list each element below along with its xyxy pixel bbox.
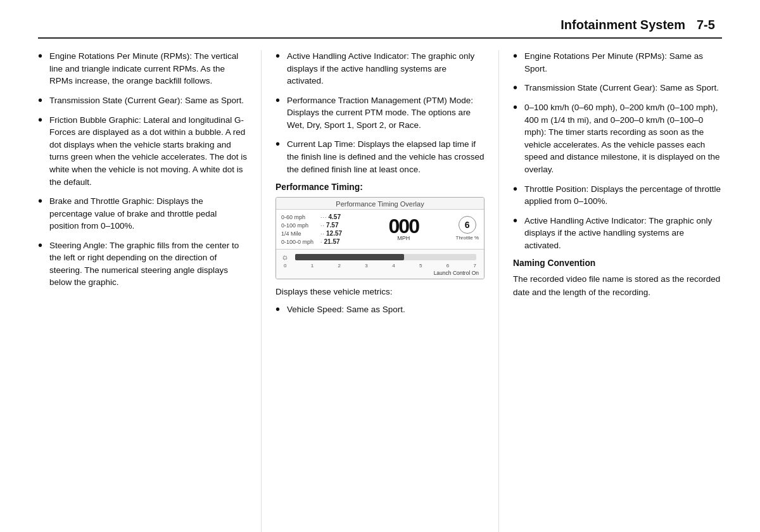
bullet-icon: • — [513, 80, 524, 94]
timing-dots: · — [320, 239, 323, 245]
bar-label: 5 — [419, 263, 422, 269]
bullet-icon: • — [513, 49, 524, 63]
timing-center: 000 MPH — [354, 213, 453, 246]
bar-label: 1 — [311, 263, 314, 269]
timing-dots: ·· — [320, 222, 325, 229]
timing-big-number: 000 — [389, 216, 419, 236]
timing-stat-label: 0-100 mph — [281, 222, 319, 229]
list-item-text: Vehicle Speed: Same as Sport. — [287, 303, 484, 316]
performance-heading: Performance Timing: — [276, 182, 484, 192]
col2-list-before: •Active Handling Active Indicator: The g… — [276, 50, 484, 175]
bullet-icon: • — [38, 49, 49, 63]
timing-stat-row: 0-100 mph··7.57 — [281, 222, 354, 229]
page: Infotainment System 7-5 •Engine Rotation… — [0, 0, 760, 532]
list-item-text: Active Handling Active Indicator: The gr… — [524, 215, 722, 252]
col2-list-after: •Vehicle Speed: Same as Sport. — [276, 303, 484, 316]
bar-label: 7 — [473, 263, 476, 269]
bar-labels: 01234567 — [281, 263, 479, 269]
list-item-text: Steering Angle: The graphic fills from t… — [49, 239, 247, 289]
list-item: •Steering Angle: The graphic fills from … — [38, 239, 247, 289]
list-item-text: Current Lap Time: Displays the elapsed l… — [287, 138, 484, 175]
list-item: •Transmission State (Current Gear): Same… — [38, 94, 247, 107]
bullet-icon: • — [513, 213, 524, 227]
bullet-icon: • — [276, 302, 287, 316]
bar-track — [295, 254, 476, 260]
list-item-text: Engine Rotations Per Minute (RPMs): The … — [49, 50, 247, 87]
page-header: Infotainment System 7-5 — [38, 0, 722, 39]
timing-gear: 6 — [459, 216, 476, 234]
after-text: Displays these vehicle metrics: — [276, 286, 484, 298]
list-item: •Active Handling Active Indicator: The g… — [276, 50, 484, 87]
bullet-icon: • — [38, 238, 49, 252]
bar-label: 6 — [446, 263, 449, 269]
timing-stat-value: 21.57 — [324, 238, 340, 245]
bullet-icon: • — [38, 113, 49, 127]
list-item-text: Performance Traction Management (PTM) Mo… — [287, 94, 484, 132]
column-2: •Active Handling Active Indicator: The g… — [264, 50, 496, 532]
timing-stat-label: 0-60 mph — [281, 214, 319, 220]
steering-wheel-icon: ☼ — [281, 252, 289, 262]
bar-label: 0 — [284, 263, 286, 269]
bar-fill — [295, 254, 404, 260]
timing-box: Performance Timing Overlay 0-60 mph···4.… — [276, 197, 484, 279]
timing-stat-value: 12.57 — [326, 230, 342, 237]
timing-stat-row: 1/4 Mile··12.57 — [281, 230, 354, 237]
naming-section: Naming Convention The recorded video fil… — [513, 258, 722, 299]
header-title: Infotainment System — [560, 18, 685, 32]
list-item-text: Throttle Position: Displays the percenta… — [524, 183, 722, 208]
list-item: •Active Handling Active Indicator: The g… — [513, 215, 722, 252]
launch-label: Launch Control On — [281, 269, 479, 277]
list-item: •Transmission State (Current Gear): Same… — [513, 82, 722, 94]
list-item: •Engine Rotations Per Minute (RPMs): The… — [38, 50, 247, 87]
list-item: •0–100 km/h (0–60 mph), 0–200 km/h (0–10… — [513, 101, 722, 175]
timing-dots: ·· — [320, 231, 325, 237]
list-item: •Engine Rotations Per Minute (RPMs): Sam… — [513, 50, 722, 75]
bullet-icon: • — [276, 49, 287, 63]
col3-list: •Engine Rotations Per Minute (RPMs): Sam… — [513, 50, 722, 251]
timing-right: 6 Throttle % — [453, 213, 479, 246]
col-divider-1 — [261, 50, 262, 532]
list-item-text: Friction Bubble Graphic: Lateral and lon… — [49, 114, 247, 188]
bullet-icon: • — [38, 93, 49, 107]
naming-heading: Naming Convention — [513, 258, 722, 268]
bullet-icon: • — [38, 194, 49, 208]
timing-stat-value: 4.57 — [329, 213, 341, 220]
list-item-text: Brake and Throttle Graphic: Displays the… — [49, 195, 247, 232]
col1-list: •Engine Rotations Per Minute (RPMs): The… — [38, 50, 247, 289]
list-item-text: Active Handling Active Indicator: The gr… — [287, 50, 484, 87]
header-page: 7-5 — [697, 18, 722, 32]
list-item: •Friction Bubble Graphic: Lateral and lo… — [38, 114, 247, 188]
list-item: •Current Lap Time: Displays the elapsed … — [276, 138, 484, 175]
bar-label: 3 — [365, 263, 367, 269]
bar-label: 4 — [392, 263, 395, 269]
timing-stat-label: 0-100-0 mph — [281, 239, 319, 245]
list-item-text: Engine Rotations Per Minute (RPMs): Same… — [524, 50, 722, 75]
bar-label: 2 — [338, 263, 341, 269]
timing-box-inner: 0-60 mph···4.570-100 mph··7.571/4 Mile··… — [276, 210, 484, 249]
timing-stat-label: 1/4 Mile — [281, 231, 319, 237]
timing-stat-value: 7.57 — [326, 222, 338, 229]
list-item: •Brake and Throttle Graphic: Displays th… — [38, 195, 247, 232]
naming-text: The recorded video file name is stored a… — [513, 273, 722, 299]
timing-mph-label: MPH — [397, 235, 410, 241]
timing-box-title: Performance Timing Overlay — [276, 198, 484, 210]
column-3: •Engine Rotations Per Minute (RPMs): Sam… — [502, 50, 722, 532]
main-columns: •Engine Rotations Per Minute (RPMs): The… — [38, 50, 722, 532]
column-1: •Engine Rotations Per Minute (RPMs): The… — [38, 50, 258, 532]
timing-throttle-label: Throttle % — [456, 235, 479, 241]
timing-dots: ··· — [320, 214, 327, 220]
timing-stat-row: 0-100-0 mph·21.57 — [281, 238, 354, 245]
timing-bar-container: ☼ — [281, 252, 479, 262]
timing-left: 0-60 mph···4.570-100 mph··7.571/4 Mile··… — [281, 213, 354, 246]
col-divider-2 — [498, 50, 499, 532]
list-item-text: Transmission State (Current Gear): Same … — [524, 82, 722, 94]
timing-stat-row: 0-60 mph···4.57 — [281, 213, 354, 220]
bullet-icon: • — [276, 137, 287, 151]
list-item: •Throttle Position: Displays the percent… — [513, 183, 722, 208]
bullet-icon: • — [276, 93, 287, 107]
list-item: •Performance Traction Management (PTM) M… — [276, 94, 484, 132]
bullet-icon: • — [513, 182, 524, 196]
timing-bar-row: ☼ 01234567 Launch Control On — [276, 249, 484, 279]
list-item: •Vehicle Speed: Same as Sport. — [276, 303, 484, 316]
list-item-text: 0–100 km/h (0–60 mph), 0–200 km/h (0–100… — [524, 101, 722, 175]
